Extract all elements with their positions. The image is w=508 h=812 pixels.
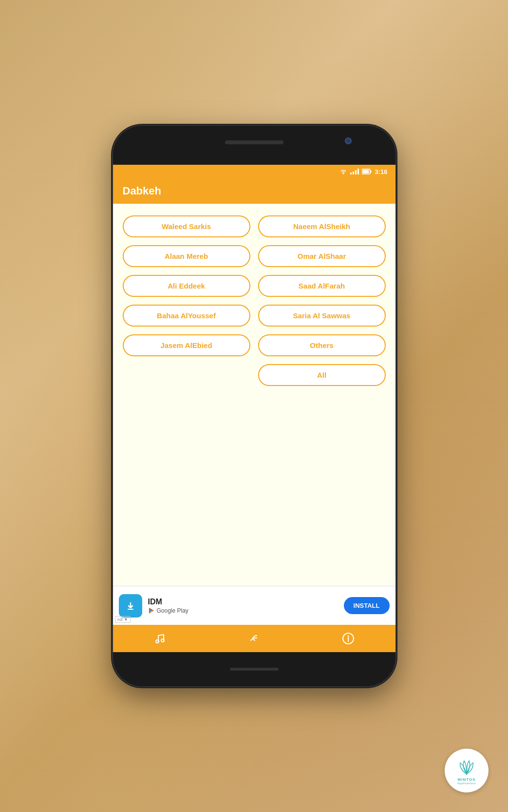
artist-btn-alaan[interactable]: Alaan Mereb — [123, 245, 250, 267]
artists-grid: Waleed Sarkis Alaan Mereb Ali Eddeek Bah… — [123, 215, 386, 386]
info-icon — [341, 632, 355, 645]
artist-btn-bahaa[interactable]: Bahaa AlYoussef — [123, 305, 250, 327]
ad-title: IDM — [148, 598, 338, 606]
artist-btn-saad[interactable]: Saad AlFarah — [258, 275, 386, 297]
svg-point-10 — [156, 640, 159, 643]
idm-icon — [124, 599, 137, 613]
mintos-sub: Applications — [457, 782, 476, 785]
artist-btn-saria[interactable]: Saria Al Sawwas — [258, 305, 386, 327]
svg-point-11 — [161, 639, 164, 642]
svg-rect-3 — [363, 170, 369, 174]
phone-screen: 3:16 Dabkeh Waleed Sarkis Alaan Mereb Al… — [113, 165, 395, 652]
svg-rect-2 — [371, 171, 372, 173]
mintos-name: MINTOS — [458, 777, 476, 782]
nav-music[interactable] — [148, 627, 171, 650]
music-icon — [153, 632, 167, 645]
signal-icon — [350, 169, 359, 174]
bottom-bezel — [113, 652, 395, 686]
phone-frame: 3:16 Dabkeh Waleed Sarkis Alaan Mereb Al… — [113, 126, 395, 686]
bottom-nav — [113, 625, 395, 652]
ad-banner: IDM Google Play INSTALL Ad ▼ — [113, 586, 395, 625]
front-camera — [345, 137, 352, 144]
svg-point-0 — [343, 173, 344, 174]
artist-btn-ali[interactable]: Ali Eddeek — [123, 275, 250, 297]
app-title: Dabkeh — [123, 185, 161, 197]
nav-back[interactable] — [242, 627, 265, 650]
top-bezel — [113, 126, 395, 165]
share-icon — [247, 632, 261, 645]
left-column: Waleed Sarkis Alaan Mereb Ali Eddeek Bah… — [123, 215, 250, 356]
artist-btn-naeem[interactable]: Naeem AlSheikh — [258, 215, 386, 237]
install-button[interactable]: INSTALL — [344, 597, 390, 614]
battery-icon — [362, 169, 372, 174]
ad-subtitle-text: Google Play — [157, 607, 188, 614]
status-bar: 3:16 — [113, 165, 395, 178]
svg-point-14 — [347, 636, 349, 637]
artist-btn-others[interactable]: Others — [258, 334, 386, 356]
content-area: Waleed Sarkis Alaan Mereb Ali Eddeek Bah… — [113, 204, 395, 586]
ad-subtitle: Google Play — [148, 607, 338, 614]
artist-btn-waleed[interactable]: Waleed Sarkis — [123, 215, 250, 237]
ad-app-icon — [119, 594, 142, 618]
artist-btn-jasem[interactable]: Jasem AlEbied — [123, 334, 250, 356]
artist-btn-all[interactable]: All — [258, 364, 386, 386]
app-bar: Dabkeh — [113, 178, 395, 204]
home-button[interactable] — [230, 668, 279, 671]
status-icons: 3:16 — [339, 168, 387, 175]
ad-info: IDM Google Play — [148, 598, 338, 614]
speaker — [225, 140, 283, 144]
right-column: Naeem AlSheikh Omar AlShaar Saad AlFarah… — [258, 215, 386, 386]
wifi-icon — [339, 169, 347, 174]
time-display: 3:16 — [375, 168, 387, 175]
mintos-logo: MINTOS Applications — [445, 749, 489, 793]
mintos-icon — [454, 757, 479, 776]
artist-btn-omar[interactable]: Omar AlShaar — [258, 245, 386, 267]
nav-info[interactable] — [337, 627, 360, 650]
ad-label: Ad ▼ — [115, 616, 131, 623]
google-play-icon — [148, 607, 155, 614]
